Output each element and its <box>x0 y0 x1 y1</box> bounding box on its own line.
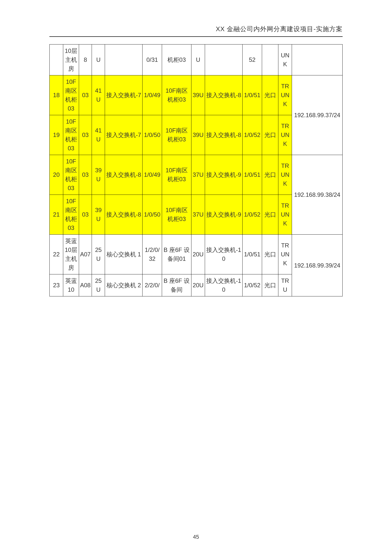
page-number: 45 <box>193 534 199 540</box>
table-cell: 1/0/49 <box>142 75 162 115</box>
table-cell <box>50 44 63 75</box>
table-cell: 1/0/52 <box>242 115 262 155</box>
table-cell: 23 <box>50 274 63 296</box>
table-cell: 英蓝10 <box>63 274 79 296</box>
table-cell: 03 <box>79 115 92 155</box>
table-cell: 光口 <box>262 235 278 274</box>
table-cell: 41U <box>92 115 105 155</box>
table-cell: 2/2/0/ <box>142 274 162 296</box>
table-cell: 10F南区机柜03 <box>162 195 191 235</box>
table-row: 1810F南区机柜030341U接入交换机-71/0/4910F南区机柜0339… <box>50 75 343 115</box>
table-cell: 1/0/50 <box>142 115 162 155</box>
table-cell: 1/0/51 <box>242 155 262 195</box>
table-cell: 20U <box>191 235 205 274</box>
table-cell: 41U <box>92 75 105 115</box>
table-cell <box>292 44 343 75</box>
table-cell: TRUNK <box>278 115 292 155</box>
table-cell: B 座6F 设备间01 <box>162 235 191 274</box>
table-cell: 英蓝10层主机房 <box>63 235 79 274</box>
table-cell: 1/0/52 <box>242 195 262 235</box>
table-cell <box>262 44 278 75</box>
table-cell: TRUNK <box>278 195 292 235</box>
table-cell: 1/0/51 <box>242 75 262 115</box>
table-cell: 19 <box>50 115 63 155</box>
table-cell: 接入交换机-7 <box>105 75 143 115</box>
table-cell: B 座6F 设备间 <box>162 274 191 296</box>
table-cell: 192.168.99.39/24 <box>292 235 343 296</box>
table-cell: 10F南区机柜03 <box>63 75 79 115</box>
table-cell: 1/0/52 <box>242 274 262 296</box>
table-row: 10层主机房8U0/31机柜03U52UNK <box>50 44 343 75</box>
table-cell: TRUNK <box>278 235 292 274</box>
table-cell: 1/0/51 <box>242 235 262 274</box>
table-cell: 192.168.99.38/24 <box>292 155 343 235</box>
table-cell: 10F南区机柜03 <box>63 195 79 235</box>
table-cell: 光口 <box>262 75 278 115</box>
table-cell: 10F南区机柜03 <box>63 155 79 195</box>
table-cell: 8 <box>79 44 92 75</box>
table-cell: 21 <box>50 195 63 235</box>
table-cell: 39U <box>191 115 205 155</box>
table-cell: 光口 <box>262 115 278 155</box>
table-cell: 接入交换机-8 <box>205 75 243 115</box>
table-cell: 39U <box>92 155 105 195</box>
table-cell: A08 <box>79 274 92 296</box>
table-cell: 03 <box>79 75 92 115</box>
table-cell: 0/31 <box>142 44 162 75</box>
table-cell: 10F南区机柜03 <box>162 115 191 155</box>
table-cell: 接入交换机-7 <box>105 115 143 155</box>
network-config-table: 10层主机房8U0/31机柜03U52UNK1810F南区机柜030341U接入… <box>49 44 343 296</box>
table-cell <box>205 44 243 75</box>
table-cell: 20 <box>50 155 63 195</box>
table-cell: UNK <box>278 44 292 75</box>
table-cell: 18 <box>50 75 63 115</box>
table-cell: A07 <box>79 235 92 274</box>
table-cell: 1/0/49 <box>142 155 162 195</box>
table-cell: 39U <box>92 195 105 235</box>
table-cell: 接入交换机-10 <box>205 235 243 274</box>
table-cell: 接入交换机-10 <box>205 274 243 296</box>
table-cell: 03 <box>79 195 92 235</box>
table-cell: U <box>191 44 205 75</box>
table-cell: 光口 <box>262 274 278 296</box>
table-cell: 核心交换机 1 <box>105 235 143 274</box>
table-cell: U <box>92 44 105 75</box>
table-cell: 37U <box>191 195 205 235</box>
table-cell: 接入交换机-8 <box>205 115 243 155</box>
table-cell <box>105 44 143 75</box>
table-cell: 22 <box>50 235 63 274</box>
table-cell: 接入交换机-8 <box>105 195 143 235</box>
table-cell: 10F南区机柜03 <box>162 155 191 195</box>
table-cell: TRUNK <box>278 155 292 195</box>
table-cell: 03 <box>79 155 92 195</box>
table-cell: 机柜03 <box>162 44 191 75</box>
table-cell: 光口 <box>262 195 278 235</box>
table-cell: 20U <box>191 274 205 296</box>
table-cell: 光口 <box>262 155 278 195</box>
table-cell: 10F南区机柜03 <box>162 75 191 115</box>
table-cell: 10F南区机柜03 <box>63 115 79 155</box>
table-cell: 192.168.99.37/24 <box>292 75 343 155</box>
table-cell: 1/2/0/32 <box>142 235 162 274</box>
table-cell: 52 <box>242 44 262 75</box>
table-cell: 接入交换机-8 <box>105 155 143 195</box>
table-cell: TRU <box>278 274 292 296</box>
table-cell: 25U <box>92 235 105 274</box>
table-cell: 25U <box>92 274 105 296</box>
table-row: 22英蓝10层主机房A0725U核心交换机 11/2/0/32B 座6F 设备间… <box>50 235 343 274</box>
table-cell: 接入交换机-9 <box>205 195 243 235</box>
table-cell: 核心交换机 2 <box>105 274 143 296</box>
table-cell: TRUNK <box>278 75 292 115</box>
table-cell: 1/0/50 <box>142 195 162 235</box>
table-cell: 10层主机房 <box>63 44 79 75</box>
table-row: 2010F南区机柜030339U接入交换机-81/0/4910F南区机柜0337… <box>50 155 343 195</box>
table-cell: 37U <box>191 155 205 195</box>
table-cell: 39U <box>191 75 205 115</box>
page-header-title: XX 金融公司内外网分离建设项目-实施方案 <box>49 25 343 37</box>
table-cell: 接入交换机-9 <box>205 155 243 195</box>
